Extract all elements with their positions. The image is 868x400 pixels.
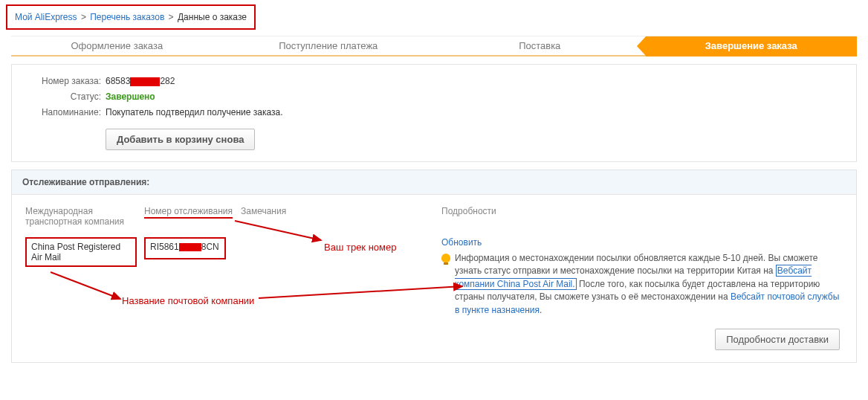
breadcrumb-order-list[interactable]: Перечень заказов [90, 12, 164, 22]
step-checkout: Оформление заказа [11, 36, 223, 57]
order-info-panel: Номер заказа: 68583282 Статус: Завершено… [11, 64, 857, 162]
refresh-link[interactable]: Обновить [441, 237, 482, 248]
tracking-number-value: RI58618CN [144, 237, 226, 259]
col-header-notes: Замечания [241, 206, 441, 227]
col-header-tracknum: Номер отслеживания [144, 206, 233, 219]
breadcrumb: Мой AliExpress > Перечень заказов > Данн… [6, 4, 256, 30]
order-remind-value: Покупатель подтвердил получение заказа. [106, 107, 283, 117]
breadcrumb-my-ali[interactable]: Мой AliExpress [15, 12, 77, 22]
lightbulb-icon [441, 254, 450, 262]
order-number-value: 68583282 [106, 76, 175, 86]
step-complete: Завершение заказа [646, 36, 858, 57]
col-header-details: Подробности [441, 206, 843, 227]
progress-steps: Оформление заказа Поступление платежа По… [11, 36, 857, 57]
breadcrumb-current: Данные о заказе [178, 12, 247, 22]
order-remind-label: Напоминание: [25, 107, 101, 117]
tracking-panel: Отслеживание отправления: Международная … [11, 170, 857, 363]
order-status-value: Завершено [106, 91, 155, 102]
tracking-info-text: Информация о местонахождении посылки обн… [441, 252, 843, 317]
breadcrumb-sep: > [81, 12, 86, 22]
redacted-box [130, 77, 160, 86]
carrier-value: China Post Registered Air Mail [25, 237, 137, 267]
breadcrumb-sep: > [169, 12, 174, 22]
step-delivery: Поставка [434, 36, 646, 57]
redacted-box [179, 243, 201, 251]
order-status-label: Статус: [25, 91, 101, 102]
col-header-carrier: Международная транспортная компания [25, 206, 144, 227]
shipping-details-button[interactable]: Подробности доставки [715, 329, 840, 350]
add-to-cart-again-button[interactable]: Добавить в корзину снова [106, 129, 255, 150]
order-number-label: Номер заказа: [25, 76, 101, 86]
tracking-section-title: Отслеживание отправления: [12, 170, 856, 195]
step-payment: Поступление платежа [223, 36, 435, 57]
